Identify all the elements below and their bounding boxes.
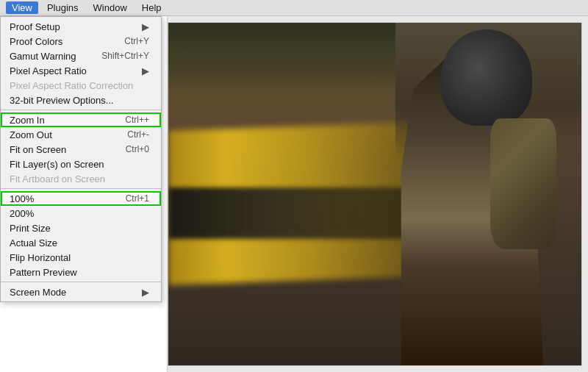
menu-bar-plugins[interactable]: Plugins (41, 1, 85, 14)
photo-background (168, 23, 581, 365)
menu-item-zoom-out[interactable]: Zoom Out Ctrl+- (1, 127, 161, 142)
menu-item-fit-artboard: Fit Artboard on Screen (1, 171, 161, 186)
menu-item-flip-horizontal[interactable]: Flip Horizontal (1, 250, 161, 265)
menu-item-screen-mode[interactable]: Screen Mode ▶ (1, 285, 161, 299)
view-dropdown-menu: Proof Setup ▶ Proof Colors Ctrl+Y Gamut … (0, 16, 162, 302)
menu-item-pattern-preview[interactable]: Pattern Preview (1, 265, 161, 279)
menu-item-pixel-aspect-ratio-correction: Pixel Aspect Ratio Correction (1, 78, 161, 93)
helmet (441, 29, 532, 125)
separator-2 (1, 188, 161, 189)
menu-item-zoom-in[interactable]: Zoom In Ctrl++ (1, 112, 161, 127)
menu-item-32bit-preview[interactable]: 32-bit Preview Options... (1, 93, 161, 107)
menu-item-pixel-aspect-ratio[interactable]: Pixel Aspect Ratio ▶ (1, 63, 161, 78)
arrow-icon: ▶ (142, 287, 149, 298)
menu-item-proof-setup[interactable]: Proof Setup ▶ (1, 19, 161, 34)
menu-item-gamut-warning[interactable]: Gamut Warning Shift+Ctrl+Y (1, 49, 161, 63)
menu-item-proof-colors[interactable]: Proof Colors Ctrl+Y (1, 34, 161, 49)
menu-item-200pct[interactable]: 200% (1, 206, 161, 221)
menu-bar-help[interactable]: Help (136, 1, 168, 14)
menu-bar: View Plugins Window Help (0, 0, 588, 16)
bus-dark-stripe (168, 187, 437, 239)
separator-3 (1, 282, 161, 282)
menu-bar-view[interactable]: View (6, 1, 38, 14)
menu-item-actual-size[interactable]: Actual Size (1, 235, 161, 250)
menu-item-fit-on-screen[interactable]: Fit on Screen Ctrl+0 (1, 142, 161, 157)
menu-item-fit-layers[interactable]: Fit Layer(s) on Screen (1, 157, 161, 171)
arrow-icon: ▶ (142, 21, 149, 32)
menu-bar-window[interactable]: Window (87, 1, 133, 14)
separator-1 (1, 110, 161, 110)
content-area: Proof Setup ▶ Proof Colors Ctrl+Y Gamut … (0, 16, 588, 372)
menu-item-100pct[interactable]: 100% Ctrl+1 (1, 191, 161, 206)
photo-area (168, 22, 582, 366)
arrow-icon: ▶ (142, 65, 149, 76)
menu-item-print-size[interactable]: Print Size (1, 221, 161, 235)
backpack (490, 118, 556, 248)
